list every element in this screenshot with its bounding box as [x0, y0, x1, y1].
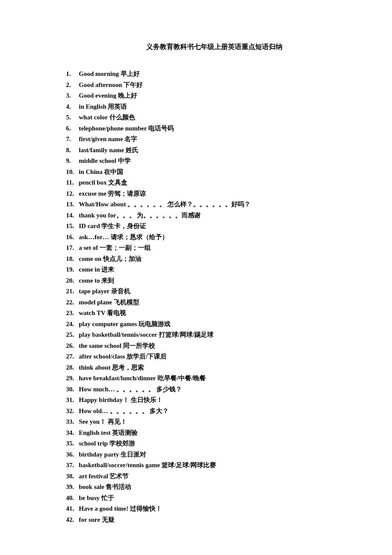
chinese-translation: 晚上好	[118, 92, 137, 99]
list-item: thank you for。。。 为。。。。。。而感谢	[66, 210, 341, 221]
english-phrase: pencil box	[79, 179, 107, 186]
list-item: English test 英语测验	[66, 428, 341, 439]
list-item: think about 思考，思索	[66, 362, 341, 373]
chinese-translation: 中学	[118, 157, 131, 164]
list-item: What/How about 。。。。。。 怎么样？。。。。。。好吗？	[66, 199, 341, 210]
list-item: come in 进来	[66, 264, 341, 275]
chinese-translation: 怎么样？。。。。。。好吗？	[167, 201, 251, 208]
list-item: play computer games 玩电脑游戏	[66, 319, 341, 330]
chinese-translation: 什么颜色	[110, 114, 135, 121]
chinese-translation: 文具盒	[108, 179, 127, 186]
chinese-translation: 篮球/足球/网球比赛	[161, 462, 216, 468]
list-item: what color 什么颜色	[66, 112, 341, 123]
english-phrase: play computer games	[79, 321, 137, 327]
chinese-translation: 思考，思索	[112, 364, 144, 371]
chinese-translation: 进来	[101, 266, 114, 273]
chinese-translation: 生日快乐！	[131, 396, 163, 403]
list-item: ID card 学生卡，身份证	[66, 221, 341, 232]
list-item: art festival 艺术节	[66, 471, 341, 482]
chinese-translation: 姓氏	[126, 147, 138, 153]
list-item: telephone/phone number 电话号码	[66, 123, 341, 134]
english-phrase: telephone/phone number	[79, 125, 147, 132]
english-phrase: model plane	[79, 299, 112, 306]
chinese-translation: 吃早餐/中餐/晚餐	[158, 375, 206, 382]
chinese-translation: 请求；恳求（给予）	[111, 234, 168, 240]
chinese-translation: 过得愉快！	[130, 505, 162, 512]
list-item: Good afternoon 下午好	[66, 80, 341, 91]
list-item: after school/class 放学后/下课后	[66, 351, 341, 362]
english-phrase: What/How about 。。。。。。	[79, 201, 166, 208]
chinese-translation: 录音机	[111, 288, 130, 295]
english-phrase: English test	[79, 429, 111, 436]
list-item: Happy birthday！ 生日快乐！	[66, 395, 341, 406]
page-title: 义务教育教科书七年级上册英语重点短语归纳	[66, 43, 341, 52]
english-phrase: in English	[79, 103, 107, 110]
chinese-translation: 电话号码	[148, 125, 174, 132]
chinese-translation: 早上好	[121, 70, 140, 77]
list-item: Good morning 早上好	[66, 69, 341, 80]
list-item: last/family name 姓氏	[66, 145, 341, 156]
list-item: See you！ 再见！	[66, 416, 341, 428]
chinese-translation: 为。。。。。。而感谢	[137, 212, 201, 219]
list-item: How much… 。。。。。。 多少钱？	[66, 384, 341, 395]
english-phrase: in China	[79, 168, 102, 175]
chinese-translation: 艺术节	[110, 473, 129, 480]
english-phrase: ask…for…	[79, 234, 109, 240]
chinese-translation: 多少钱？	[156, 386, 182, 393]
english-phrase: for sure	[79, 516, 100, 523]
english-phrase: Good afternoon	[79, 81, 122, 88]
chinese-translation: 看电视	[107, 309, 126, 316]
chinese-translation: 学校郊游	[110, 440, 135, 447]
chinese-translation: 售书活动	[106, 483, 131, 490]
english-phrase: thank you for。。。	[79, 212, 135, 219]
list-item: have breakfast/lunch/dinner 吃早餐/中餐/晚餐	[66, 373, 341, 384]
chinese-translation: 玩电脑游戏	[138, 321, 170, 327]
english-phrase: art festival	[79, 473, 108, 480]
english-phrase: How much… 。。。。。。	[79, 386, 155, 393]
list-item: How old… 。。。。。。 多大？	[66, 406, 341, 417]
english-phrase: ID card	[79, 223, 100, 229]
list-item: pencil box 文具盒	[66, 177, 341, 188]
english-phrase: birthday party	[79, 451, 119, 458]
list-item: come to 来到	[66, 275, 341, 286]
english-phrase: first/given name	[79, 136, 123, 142]
list-item: school trip 学校郊游	[66, 438, 341, 449]
chinese-translation: 劳驾；请原谅	[108, 190, 146, 197]
english-phrase: the same school	[79, 342, 121, 349]
chinese-translation: 名字	[124, 136, 137, 142]
english-phrase: basketball/soccer/tennis game	[79, 462, 160, 468]
list-item: be busy 忙于	[66, 493, 341, 504]
chinese-translation: 用英语	[108, 103, 127, 110]
english-phrase: come to	[79, 277, 100, 284]
list-item: the same school 同一所学校	[66, 341, 341, 352]
english-phrase: after school/class	[79, 353, 125, 360]
english-phrase: be busy	[79, 494, 100, 501]
english-phrase: excuse me	[79, 190, 107, 197]
english-phrase: middle school	[79, 157, 116, 164]
list-item: watch TV 看电视	[66, 308, 341, 319]
chinese-translation: 在中国	[104, 168, 123, 175]
english-phrase: Have a good time!	[79, 505, 128, 512]
list-item: in English 用英语	[66, 101, 341, 113]
english-phrase: Good morning	[79, 70, 119, 77]
chinese-translation: 英语测验	[112, 429, 138, 436]
english-phrase: a set of	[79, 244, 98, 251]
chinese-translation: 多大？	[150, 408, 169, 414]
english-phrase: think about	[79, 364, 111, 371]
list-item: a set of 一套；一副；一组	[66, 243, 341, 254]
english-phrase: come in	[79, 266, 100, 273]
chinese-translation: 一套；一副；一组	[100, 244, 151, 251]
phrase-list: Good morning 早上好Good afternoon 下午好Good e…	[66, 69, 341, 525]
list-item: tape player 录音机	[66, 286, 341, 297]
chinese-translation: 学生卡，身份证	[101, 223, 146, 229]
list-item: basketball/soccer/tennis game 篮球/足球/网球比赛	[66, 460, 341, 471]
chinese-translation: 无疑	[102, 516, 115, 523]
list-item: model plane 飞机模型	[66, 297, 341, 308]
chinese-translation: 忙于	[101, 494, 114, 501]
list-item: middle school 中学	[66, 156, 341, 167]
list-item: excuse me 劳驾；请原谅	[66, 188, 341, 199]
chinese-translation: 打篮球/网球/踢足球	[159, 331, 213, 338]
list-item: first/given name 名字	[66, 134, 341, 145]
english-phrase: last/family name	[79, 147, 124, 153]
list-item: ask…for… 请求；恳求（给予）	[66, 232, 341, 243]
